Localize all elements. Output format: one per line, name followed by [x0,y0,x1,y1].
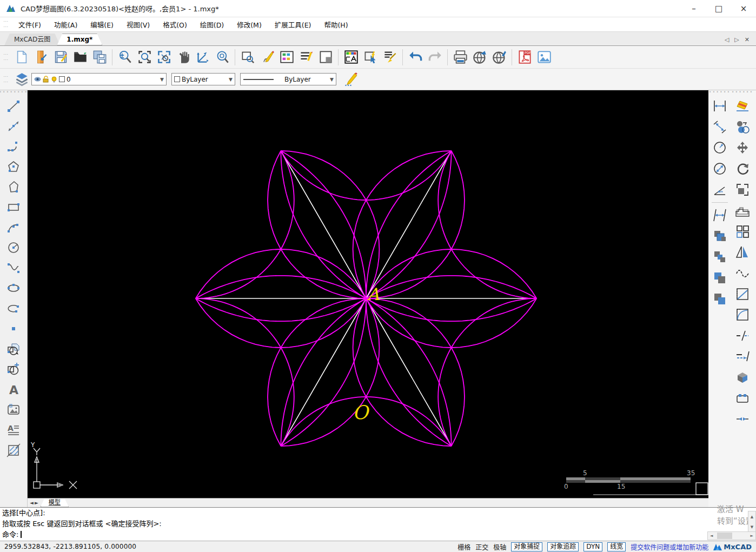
offset-icon[interactable] [732,200,753,221]
feedback-link[interactable]: 提交软件问题或增加新功能 [631,542,708,551]
draw-text-icon[interactable]: A [3,380,24,400]
rotate-icon[interactable] [732,158,753,179]
command-window[interactable]: 选择[中心点]: 拾取或按 Esc 键返回到对话框或 <确定接受阵列>: 命令:… [0,507,756,541]
toggle-ortho[interactable]: 正交 [475,542,488,551]
zoom-extents-icon[interactable] [154,48,174,66]
menu-format[interactable]: 格式(O) [156,18,194,31]
save-icon[interactable] [51,48,70,66]
redo-icon[interactable] [425,48,445,66]
draworder-above-icon[interactable] [709,268,731,289]
fillet-icon[interactable] [732,304,753,325]
draw-spline-icon[interactable] [3,258,24,278]
draw-settings-pencil-icon[interactable] [341,70,360,89]
sheet-next-icon[interactable]: ► [35,500,38,506]
insert-block-icon[interactable] [3,339,24,360]
web-publish-icon[interactable] [470,48,489,66]
viewport-icon[interactable] [316,48,335,66]
explode-icon[interactable] [732,367,753,388]
tab-model[interactable]: 模型 [41,499,69,507]
dim-linear-icon[interactable] [709,96,731,117]
toggle-lineweight[interactable]: 线宽 [607,542,626,551]
toggle-polar[interactable]: 极轴 [493,542,506,551]
dim-radius-icon[interactable] [709,137,731,158]
match-properties-icon[interactable] [380,48,400,66]
print-icon[interactable] [450,48,470,66]
draw-polyline-icon[interactable] [3,136,24,157]
zoom-dynamic-icon[interactable] [115,48,135,66]
save-all-icon[interactable] [90,48,109,66]
ucs-axes-icon[interactable] [193,48,213,66]
command-prompt-line[interactable]: 命令: [0,529,756,540]
toggle-dyn[interactable]: DYN [583,542,602,551]
layer-select[interactable]: 0 ▼ [31,73,167,85]
lengthen-icon[interactable] [732,283,753,304]
tab-scroll-left-icon[interactable]: ◁ [725,36,729,43]
toggle-grid[interactable]: 栅格 [457,542,470,551]
dim-continue-icon[interactable] [709,205,731,226]
create-block-icon[interactable] [3,360,24,380]
export-pdf-icon[interactable]: PDF [515,48,534,66]
menu-edit[interactable]: 编辑(E) [84,18,120,31]
draw-rectangle-icon[interactable] [3,197,24,218]
draw-ellipse-icon[interactable] [3,278,24,299]
menu-file[interactable]: 文件(F) [12,18,48,31]
draw-point-icon[interactable] [3,319,24,340]
draw-ellipse-arc-icon[interactable] [3,298,24,319]
new-file-icon[interactable] [12,48,31,66]
draworder-back-icon[interactable] [709,247,731,268]
join-icon[interactable] [732,409,753,430]
menu-draw[interactable]: 绘图(D) [194,18,230,31]
maximize-button[interactable]: □ [706,0,731,17]
menu-view[interactable]: 视图(V) [120,18,156,31]
drawing-canvas[interactable]: A O Y 5 35 0 15 [28,90,708,498]
quick-select-icon[interactable] [361,48,380,66]
tab-scroll-right-icon[interactable]: ▷ [734,36,739,43]
draw-circle-icon[interactable] [3,238,24,258]
menu-help[interactable]: 帮助(H) [317,18,354,31]
linetype-select[interactable]: ByLayer ▼ [240,73,336,85]
mirror-icon[interactable] [732,242,753,263]
insert-image-icon[interactable] [534,48,554,66]
tab-drawing-1mxg[interactable]: 1.mxg* [57,34,102,45]
menu-function[interactable]: 功能(A) [48,18,84,31]
zoom-window-icon[interactable] [135,48,154,66]
text-style-icon[interactable] [341,48,361,66]
draw-mline-icon[interactable] [3,116,24,137]
define-attribute-icon[interactable]: A [3,420,24,441]
command-vertical-scrollbar[interactable]: ▲▼ [748,511,756,533]
draw-polygon-irregular-icon[interactable] [3,177,24,197]
array-icon[interactable] [732,221,753,242]
toggle-otrack[interactable]: 对象追踪 [547,542,579,551]
toggle-osnap[interactable]: 对象捕捉 [511,542,542,551]
insert-raster-image-icon[interactable] [3,400,24,421]
pan-icon[interactable] [174,48,193,66]
chevron-down-icon[interactable]: ▼ [157,77,164,82]
command-horizontal-scrollbar[interactable]: ◄► [707,531,756,540]
draw-line-icon[interactable] [3,96,24,116]
copy-icon[interactable] [732,117,753,138]
dim-aligned-icon[interactable] [709,117,731,138]
tab-close-icon[interactable]: ✕ [745,36,750,43]
layers-icon[interactable] [12,70,31,89]
tab-mxcad-cloud[interactable]: MxCAD云图 [4,34,60,45]
draw-arc-icon[interactable] [3,217,24,238]
linetype-manager-icon[interactable] [296,48,316,66]
draworder-below-icon[interactable] [709,288,731,309]
sheet-prev-icon[interactable]: ◄ [30,500,34,506]
dim-angular-icon[interactable] [709,179,731,200]
erase-icon[interactable] [732,96,753,117]
draw-hatch-icon[interactable] [3,441,24,461]
menu-modify[interactable]: 修改(M) [230,18,268,31]
open-drawing-icon[interactable] [31,48,51,66]
sketch-pencil-icon[interactable] [257,48,277,66]
menu-express-tools[interactable]: 扩展工具(E) [268,18,318,31]
web-edit-icon[interactable] [489,48,509,66]
scale-icon[interactable] [732,179,753,200]
edit-spline-icon[interactable] [732,263,753,284]
dim-diameter-icon[interactable] [709,158,731,179]
open-file-icon[interactable] [70,48,90,66]
close-button[interactable]: × [731,0,756,17]
minimize-button[interactable]: – [681,0,706,17]
color-select[interactable]: ByLayer ▼ [171,73,235,85]
chevron-down-icon[interactable]: ▼ [327,77,334,82]
